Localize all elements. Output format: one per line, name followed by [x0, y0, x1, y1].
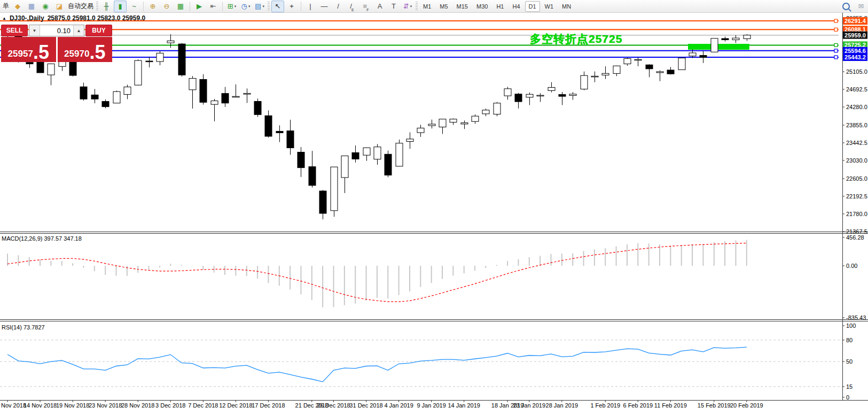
pivot-annotation-text[interactable]: 多空转折点25725	[530, 32, 622, 47]
bar-chart-icon[interactable]: ╫	[100, 1, 113, 12]
pivot-highlight-rect[interactable]	[688, 44, 749, 50]
text-label-icon[interactable]: T	[387, 1, 400, 12]
buy-price-display[interactable]: 25970 .5	[58, 37, 113, 62]
time-axis-label: 31 Dec 2018	[349, 402, 382, 409]
bull-candle	[711, 39, 718, 52]
bull-candle	[157, 53, 163, 62]
buy-price-frac: .5	[89, 45, 105, 59]
equidistant-channel-icon[interactable]: /E	[346, 1, 358, 12]
bull-candle	[331, 167, 338, 211]
bull-candle	[635, 59, 642, 60]
sell-price-display[interactable]: 25957 .5	[1, 37, 56, 62]
mt4-window: 单◆▦◉◪自动交易╫▮~⊕⊖▦▶⇤⊞◷▤↖+|—//E≡FAT⇵M1M5M15M…	[0, 0, 868, 415]
vertical-line-icon[interactable]: |	[304, 1, 317, 12]
line-handle[interactable]	[834, 43, 838, 47]
bear-candle	[319, 191, 326, 213]
zoom-out-icon[interactable]: ⊖	[160, 1, 173, 12]
bull-candle	[417, 128, 424, 133]
line-handle[interactable]	[834, 19, 838, 22]
trendline-icon[interactable]: /	[332, 1, 345, 12]
add-indicator-icon[interactable]: ⊞	[225, 1, 238, 12]
toolbar-grip	[416, 2, 418, 11]
fibonacci-retracement-icon[interactable]: ≡F	[359, 1, 372, 12]
bull-candle	[624, 59, 631, 64]
time-axis-label: 19 Nov 2018	[56, 402, 89, 409]
level-price-label-text: 26291.4	[844, 18, 866, 24]
time-axis-label: 15 Feb 2019	[698, 402, 731, 409]
toolbar-separator	[222, 2, 223, 11]
candlestick-chart-icon[interactable]: ▮	[114, 1, 127, 12]
bull-candle	[341, 156, 348, 178]
profile-window-icon[interactable]: ▦	[25, 1, 38, 12]
chart-shift-icon[interactable]: ⇤	[207, 1, 220, 12]
volume-input[interactable]: 0.10	[40, 25, 73, 36]
rsi-axis-label: 0	[846, 394, 849, 401]
collapse-triangle-icon[interactable]: ▲	[2, 16, 6, 21]
tile-windows-icon[interactable]: ▦	[174, 1, 187, 12]
timeframe-button-m30[interactable]: M30	[473, 1, 491, 12]
time-axis-label: 4 Jan 2019	[384, 402, 413, 409]
timeframe-button-m1[interactable]: M1	[419, 1, 435, 12]
toolbar-grip	[268, 2, 270, 11]
bear-candle	[146, 61, 153, 62]
text-icon[interactable]: A	[373, 1, 386, 12]
bull-candle	[48, 64, 54, 75]
macd-axis-label: 456.28	[846, 234, 864, 241]
horizontal-line-icon[interactable]: —	[318, 1, 331, 12]
bull-candle	[189, 79, 196, 90]
cutoff-order-button[interactable]: 单	[3, 2, 9, 11]
price-axis-label: 22192.5	[846, 193, 867, 199]
volume-stepper: ▼ 0.10 ▲	[29, 25, 84, 36]
bear-candle	[309, 167, 316, 186]
bull-candle	[211, 101, 218, 105]
bull-candle	[581, 75, 588, 89]
bull-candle	[526, 94, 533, 97]
timeframe-button-m15[interactable]: M15	[453, 1, 472, 12]
rsi-axis-label: 50	[846, 358, 853, 365]
periods-icon[interactable]: ◷	[239, 1, 252, 12]
bull-candle	[450, 119, 457, 122]
auto-trading-icon[interactable]: ◪	[53, 1, 66, 12]
buy-button[interactable]: BUY	[85, 25, 112, 36]
bear-candle	[385, 154, 392, 175]
volume-increase-button[interactable]: ▲	[73, 25, 84, 36]
arrows-icon[interactable]: ⇵	[401, 1, 414, 12]
bear-candle	[222, 94, 229, 103]
timeframe-button-h1[interactable]: H1	[492, 1, 507, 12]
bull-candle	[656, 72, 663, 73]
new-order-icon[interactable]: ◆	[11, 1, 24, 12]
crosshair-icon[interactable]: +	[285, 1, 298, 12]
line-handle[interactable]	[834, 56, 838, 59]
volume-decrease-button[interactable]: ▼	[29, 25, 40, 36]
time-axis-label: 6 Feb 2019	[623, 402, 653, 409]
cursor-icon[interactable]: ↖	[271, 1, 284, 12]
toolbar-separator	[143, 2, 144, 11]
time-axis-label: 3 Dec 2018	[155, 402, 185, 409]
bull-candle	[591, 76, 598, 77]
bull-candle	[232, 96, 239, 97]
timeframe-button-d1[interactable]: D1	[525, 1, 540, 12]
sell-button[interactable]: SELL	[1, 25, 28, 36]
auto-trading-label[interactable]: 自动交易	[68, 2, 93, 11]
chat-icon[interactable]: ✉	[855, 1, 867, 12]
auto-scroll-icon[interactable]: ▶	[193, 1, 206, 12]
timeframe-button-h4[interactable]: H4	[509, 1, 523, 12]
line-handle[interactable]	[834, 49, 838, 52]
line-handle[interactable]	[834, 28, 838, 31]
timeframe-button-w1[interactable]: W1	[541, 1, 558, 12]
template-icon[interactable]: ▤	[253, 1, 266, 12]
timeframe-button-mn[interactable]: MN	[558, 1, 575, 12]
search-icon[interactable]	[842, 3, 850, 10]
sell-price-main: 25957	[8, 49, 33, 58]
price-axis-label: 22605.0	[846, 175, 867, 182]
bull-candle	[602, 73, 609, 75]
line-chart-icon[interactable]: ~	[128, 1, 140, 12]
zoom-in-icon[interactable]: ⊕	[146, 1, 159, 12]
bull-candle	[472, 116, 479, 121]
bull-candle	[744, 35, 750, 39]
signal-icon[interactable]: ◉	[39, 1, 52, 12]
bull-candle	[732, 38, 739, 40]
timeframe-button-m5[interactable]: M5	[436, 1, 451, 12]
bear-candle	[287, 131, 294, 148]
time-axis-label: 7 Dec 2018	[188, 402, 218, 409]
